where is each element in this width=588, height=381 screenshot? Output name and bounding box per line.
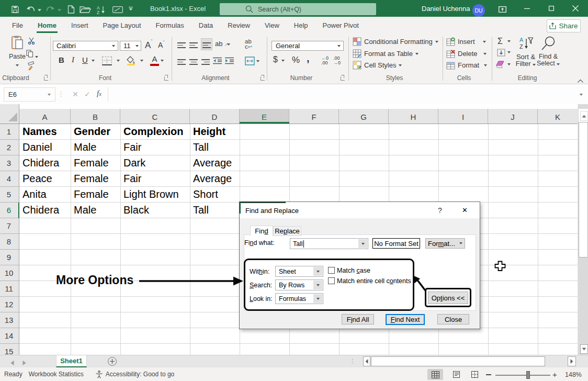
cell-A3[interactable]: Chidera bbox=[22, 157, 59, 169]
hscroll-right-icon[interactable] bbox=[568, 356, 576, 366]
cut-icon[interactable] bbox=[28, 37, 36, 46]
find-select-button[interactable]: Find &Select bbox=[536, 36, 561, 67]
search-box[interactable]: Search (Alt+Q) bbox=[220, 3, 376, 15]
find-what-dropdown-icon[interactable] bbox=[358, 239, 367, 248]
hscroll-left-icon[interactable] bbox=[363, 356, 370, 366]
column-header-D[interactable]: D bbox=[190, 109, 240, 124]
cell-C3[interactable]: Dark bbox=[123, 157, 145, 169]
row-header-14[interactable]: 14 bbox=[0, 328, 19, 344]
fill-color-icon[interactable] bbox=[126, 56, 136, 67]
sort-az-icon[interactable]: AZ bbox=[97, 5, 106, 14]
column-header-F[interactable]: F bbox=[289, 109, 339, 124]
name-box[interactable]: E6 bbox=[4, 87, 55, 102]
row-header-2[interactable]: 2 bbox=[0, 140, 19, 155]
insert-function-icon[interactable]: fx bbox=[97, 89, 101, 98]
wrap-text-icon[interactable]: abc↩ bbox=[245, 39, 252, 50]
align-left-icon[interactable] bbox=[177, 58, 186, 66]
bold-icon[interactable]: B bbox=[59, 55, 64, 64]
cell-B4[interactable]: Female bbox=[74, 173, 109, 185]
zoom-level[interactable]: 148% bbox=[565, 371, 582, 378]
collapse-ribbon-icon[interactable] bbox=[577, 77, 584, 85]
scroll-down-icon[interactable] bbox=[580, 344, 588, 354]
fill-dropdown-icon[interactable] bbox=[507, 51, 511, 53]
align-middle-icon[interactable] bbox=[189, 41, 198, 49]
zoom-out-icon[interactable] bbox=[486, 374, 491, 375]
tab-formulas[interactable]: Formulas bbox=[149, 17, 191, 33]
font-name-select[interactable]: Calibri bbox=[53, 41, 118, 51]
shrink-font-icon[interactable]: Aˇ bbox=[158, 40, 165, 49]
cell-styles-button[interactable]: Cell Styles bbox=[353, 61, 402, 70]
dialog-tab-find[interactable]: Find bbox=[250, 226, 273, 236]
align-bottom-icon[interactable] bbox=[201, 38, 212, 50]
borders-dropdown-icon[interactable] bbox=[117, 60, 120, 62]
cell-C1[interactable]: Complexion bbox=[123, 126, 183, 138]
row-header-5[interactable]: 5 bbox=[0, 187, 19, 203]
alignment-launcher-icon[interactable] bbox=[261, 76, 265, 81]
merge-center-icon[interactable] bbox=[245, 57, 255, 67]
autosum-dropdown-icon[interactable] bbox=[507, 40, 511, 42]
column-header-K[interactable]: K bbox=[538, 109, 578, 124]
column-header-E[interactable]: E bbox=[240, 109, 289, 124]
cell-C5[interactable]: Light Brown bbox=[123, 188, 179, 200]
vertical-scrollbar[interactable] bbox=[578, 104, 588, 355]
close-button[interactable] bbox=[563, 0, 587, 17]
font-launcher-icon[interactable] bbox=[164, 76, 168, 81]
font-size-select[interactable]: 11 bbox=[120, 41, 141, 51]
number-format-select[interactable]: General bbox=[272, 41, 344, 51]
cell-A1[interactable]: Names bbox=[22, 126, 57, 138]
underline-icon[interactable]: U bbox=[82, 55, 88, 64]
share-button[interactable]: Share bbox=[547, 19, 581, 32]
align-top-icon[interactable] bbox=[177, 41, 186, 49]
cell-D5[interactable]: Short bbox=[193, 188, 218, 200]
cell-A6[interactable]: Chidera bbox=[22, 204, 59, 216]
borders-icon[interactable] bbox=[102, 57, 112, 65]
column-header-B[interactable]: B bbox=[71, 109, 120, 124]
cell-D4[interactable]: Average bbox=[193, 173, 232, 185]
namebox-grip[interactable]: ⋮ bbox=[58, 90, 64, 98]
view-normal-button[interactable] bbox=[427, 369, 443, 380]
accounting-format-icon[interactable]: $ bbox=[273, 55, 278, 64]
paste-button[interactable]: Paste bbox=[6, 36, 28, 74]
format-button[interactable]: Format... bbox=[425, 238, 465, 249]
cell-A2[interactable]: Daniel bbox=[22, 141, 52, 153]
clear-dropdown-icon[interactable] bbox=[507, 63, 511, 65]
tab-home[interactable]: Home bbox=[30, 17, 64, 33]
dialog-tab-replace[interactable]: Replace bbox=[273, 226, 301, 236]
view-page-layout-button[interactable] bbox=[453, 371, 460, 380]
row-header-10[interactable]: 10 bbox=[0, 265, 19, 281]
merge-dropdown-icon[interactable] bbox=[256, 60, 259, 62]
format-painter-icon[interactable] bbox=[27, 61, 37, 72]
accounting-dropdown-icon[interactable] bbox=[281, 60, 285, 62]
format-cells-button[interactable]: Format bbox=[446, 61, 487, 70]
insert-cells-button[interactable]: Insert bbox=[446, 37, 486, 46]
number-launcher-icon[interactable] bbox=[341, 76, 345, 81]
column-header-C[interactable]: C bbox=[120, 109, 190, 124]
dialog-close-icon[interactable]: ✕ bbox=[462, 206, 468, 214]
copy-dropdown-icon[interactable] bbox=[35, 52, 38, 60]
row-header-8[interactable]: 8 bbox=[0, 234, 19, 250]
sort-filter-button[interactable]: AZ Sort &Filter bbox=[514, 36, 537, 67]
row-header-15[interactable]: 15 bbox=[0, 344, 19, 355]
sheet-nav-left-icon[interactable] bbox=[10, 359, 14, 367]
tab-page-layout[interactable]: Page Layout bbox=[96, 17, 149, 33]
open-folder-icon[interactable] bbox=[80, 6, 91, 13]
clear-icon[interactable] bbox=[495, 61, 505, 70]
fill-icon[interactable] bbox=[497, 49, 505, 58]
cell-B2[interactable]: Male bbox=[74, 141, 96, 153]
sheet-nav-right-icon[interactable] bbox=[22, 359, 26, 367]
comma-style-icon[interactable]: , bbox=[307, 52, 310, 64]
tab-splitter-grip[interactable]: ⋮ bbox=[349, 358, 355, 365]
enter-icon[interactable]: ✓ bbox=[84, 90, 91, 98]
tab-view[interactable]: View bbox=[257, 17, 287, 33]
column-header-H[interactable]: H bbox=[389, 109, 438, 124]
align-right-icon[interactable] bbox=[201, 58, 210, 66]
row-header-9[interactable]: 9 bbox=[0, 250, 19, 265]
redo-icon[interactable] bbox=[47, 6, 61, 14]
row-header-11[interactable]: 11 bbox=[0, 281, 19, 297]
column-header-I[interactable]: I bbox=[438, 109, 488, 124]
row-header-13[interactable]: 13 bbox=[0, 312, 19, 328]
cancel-icon[interactable]: ✕ bbox=[72, 90, 78, 98]
tab-data[interactable]: Data bbox=[191, 17, 220, 33]
cell-B5[interactable]: Female bbox=[74, 188, 109, 200]
cell-D1[interactable]: Height bbox=[193, 126, 225, 138]
